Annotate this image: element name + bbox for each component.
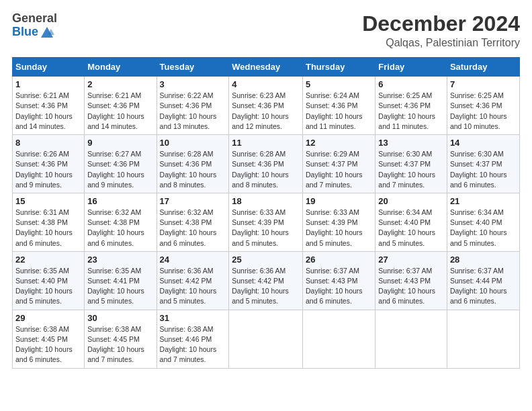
day-info: Sunrise: 6:23 AM Sunset: 4:36 PM Dayligh… xyxy=(232,91,300,132)
calendar-cell: 4 Sunrise: 6:23 AM Sunset: 4:36 PM Dayli… xyxy=(229,77,303,135)
calendar-body: 1 Sunrise: 6:21 AM Sunset: 4:36 PM Dayli… xyxy=(13,77,520,368)
calendar-cell: 26 Sunrise: 6:37 AM Sunset: 4:43 PM Dayl… xyxy=(302,251,375,310)
day-info: Sunrise: 6:24 AM Sunset: 4:36 PM Dayligh… xyxy=(306,91,372,132)
day-number: 5 xyxy=(306,79,372,89)
day-info: Sunrise: 6:36 AM Sunset: 4:42 PM Dayligh… xyxy=(160,266,226,307)
day-number: 6 xyxy=(378,79,444,89)
calendar-cell xyxy=(375,310,447,368)
calendar-week-5: 29 Sunrise: 6:38 AM Sunset: 4:45 PM Dayl… xyxy=(13,310,520,368)
day-info: Sunrise: 6:38 AM Sunset: 4:45 PM Dayligh… xyxy=(87,324,153,365)
day-info: Sunrise: 6:34 AM Sunset: 4:40 PM Dayligh… xyxy=(378,208,444,248)
calendar-week-3: 15 Sunrise: 6:31 AM Sunset: 4:38 PM Dayl… xyxy=(13,193,520,251)
logo-general: General xyxy=(12,12,57,26)
day-number: 14 xyxy=(450,138,517,148)
day-info: Sunrise: 6:37 AM Sunset: 4:43 PM Dayligh… xyxy=(378,266,444,307)
calendar-cell: 19 Sunrise: 6:33 AM Sunset: 4:39 PM Dayl… xyxy=(302,193,375,251)
col-thursday: Thursday xyxy=(302,58,375,77)
day-info: Sunrise: 6:38 AM Sunset: 4:45 PM Dayligh… xyxy=(15,324,81,365)
day-number: 19 xyxy=(306,196,372,206)
day-number: 16 xyxy=(87,196,153,206)
day-info: Sunrise: 6:31 AM Sunset: 4:38 PM Dayligh… xyxy=(15,208,81,248)
day-number: 4 xyxy=(232,79,300,89)
day-info: Sunrise: 6:34 AM Sunset: 4:40 PM Dayligh… xyxy=(450,208,517,248)
day-number: 9 xyxy=(87,138,153,148)
day-number: 2 xyxy=(87,79,153,89)
calendar-cell: 24 Sunrise: 6:36 AM Sunset: 4:42 PM Dayl… xyxy=(157,251,229,310)
day-info: Sunrise: 6:37 AM Sunset: 4:44 PM Dayligh… xyxy=(450,266,517,307)
day-number: 27 xyxy=(378,255,444,265)
day-info: Sunrise: 6:21 AM Sunset: 4:36 PM Dayligh… xyxy=(87,91,153,132)
title-block: December 2024 Qalqas, Palestinian Territ… xyxy=(362,12,520,49)
calendar-cell: 27 Sunrise: 6:37 AM Sunset: 4:43 PM Dayl… xyxy=(375,251,447,310)
calendar-cell: 17 Sunrise: 6:32 AM Sunset: 4:38 PM Dayl… xyxy=(157,193,229,251)
day-info: Sunrise: 6:27 AM Sunset: 4:36 PM Dayligh… xyxy=(87,149,153,190)
calendar-cell xyxy=(447,310,519,368)
calendar-cell: 25 Sunrise: 6:36 AM Sunset: 4:42 PM Dayl… xyxy=(229,251,303,310)
day-number: 28 xyxy=(450,255,517,265)
day-info: Sunrise: 6:28 AM Sunset: 4:36 PM Dayligh… xyxy=(160,149,226,190)
calendar-week-2: 8 Sunrise: 6:26 AM Sunset: 4:36 PM Dayli… xyxy=(13,135,520,193)
calendar-cell: 23 Sunrise: 6:35 AM Sunset: 4:41 PM Dayl… xyxy=(85,251,157,310)
day-info: Sunrise: 6:26 AM Sunset: 4:36 PM Dayligh… xyxy=(15,149,81,190)
calendar-header: Sunday Monday Tuesday Wednesday Thursday… xyxy=(13,58,520,77)
day-info: Sunrise: 6:30 AM Sunset: 4:37 PM Dayligh… xyxy=(450,149,517,190)
calendar-cell: 14 Sunrise: 6:30 AM Sunset: 4:37 PM Dayl… xyxy=(447,135,519,193)
day-info: Sunrise: 6:33 AM Sunset: 4:39 PM Dayligh… xyxy=(232,208,300,248)
col-friday: Friday xyxy=(375,58,447,77)
calendar-cell: 21 Sunrise: 6:34 AM Sunset: 4:40 PM Dayl… xyxy=(447,193,519,251)
day-number: 10 xyxy=(160,138,226,148)
calendar-cell: 22 Sunrise: 6:35 AM Sunset: 4:40 PM Dayl… xyxy=(13,251,85,310)
col-saturday: Saturday xyxy=(447,58,519,77)
day-info: Sunrise: 6:25 AM Sunset: 4:36 PM Dayligh… xyxy=(378,91,444,132)
day-number: 17 xyxy=(160,196,226,206)
header: General Blue December 2024 Qalqas, Pales… xyxy=(12,12,520,49)
calendar-cell: 30 Sunrise: 6:38 AM Sunset: 4:45 PM Dayl… xyxy=(85,310,157,368)
logo-icon xyxy=(40,26,54,39)
day-number: 30 xyxy=(87,313,153,323)
calendar-cell xyxy=(229,310,303,368)
day-info: Sunrise: 6:35 AM Sunset: 4:41 PM Dayligh… xyxy=(87,266,153,307)
calendar-table: Sunday Monday Tuesday Wednesday Thursday… xyxy=(12,57,520,368)
day-info: Sunrise: 6:38 AM Sunset: 4:46 PM Dayligh… xyxy=(160,324,226,365)
day-number: 12 xyxy=(306,138,372,148)
calendar-cell: 29 Sunrise: 6:38 AM Sunset: 4:45 PM Dayl… xyxy=(13,310,85,368)
calendar-cell: 6 Sunrise: 6:25 AM Sunset: 4:36 PM Dayli… xyxy=(375,77,447,135)
calendar-cell: 9 Sunrise: 6:27 AM Sunset: 4:36 PM Dayli… xyxy=(85,135,157,193)
day-number: 7 xyxy=(450,79,517,89)
calendar-cell: 31 Sunrise: 6:38 AM Sunset: 4:46 PM Dayl… xyxy=(157,310,229,368)
calendar-cell: 13 Sunrise: 6:30 AM Sunset: 4:37 PM Dayl… xyxy=(375,135,447,193)
day-number: 1 xyxy=(15,79,81,89)
logo-blue: Blue xyxy=(12,26,38,39)
day-number: 26 xyxy=(306,255,372,265)
day-number: 11 xyxy=(232,138,300,148)
calendar-cell: 1 Sunrise: 6:21 AM Sunset: 4:36 PM Dayli… xyxy=(13,77,85,135)
day-info: Sunrise: 6:21 AM Sunset: 4:36 PM Dayligh… xyxy=(15,91,81,132)
day-number: 24 xyxy=(160,255,226,265)
calendar-cell: 8 Sunrise: 6:26 AM Sunset: 4:36 PM Dayli… xyxy=(13,135,85,193)
calendar-cell: 11 Sunrise: 6:28 AM Sunset: 4:36 PM Dayl… xyxy=(229,135,303,193)
calendar-week-1: 1 Sunrise: 6:21 AM Sunset: 4:36 PM Dayli… xyxy=(13,77,520,135)
day-number: 3 xyxy=(160,79,226,89)
header-row: Sunday Monday Tuesday Wednesday Thursday… xyxy=(13,58,520,77)
day-number: 21 xyxy=(450,196,517,206)
col-tuesday: Tuesday xyxy=(157,58,229,77)
day-number: 23 xyxy=(87,255,153,265)
col-wednesday: Wednesday xyxy=(229,58,303,77)
day-number: 22 xyxy=(15,255,81,265)
day-number: 15 xyxy=(15,196,81,206)
calendar-cell: 18 Sunrise: 6:33 AM Sunset: 4:39 PM Dayl… xyxy=(229,193,303,251)
page: General Blue December 2024 Qalqas, Pales… xyxy=(0,0,532,411)
day-number: 29 xyxy=(15,313,81,323)
calendar-cell: 12 Sunrise: 6:29 AM Sunset: 4:37 PM Dayl… xyxy=(302,135,375,193)
main-title: December 2024 xyxy=(362,12,520,36)
subtitle: Qalqas, Palestinian Territory xyxy=(362,37,520,49)
calendar-cell: 7 Sunrise: 6:25 AM Sunset: 4:36 PM Dayli… xyxy=(447,77,519,135)
day-number: 20 xyxy=(378,196,444,206)
col-monday: Monday xyxy=(85,58,157,77)
day-info: Sunrise: 6:37 AM Sunset: 4:43 PM Dayligh… xyxy=(306,266,372,307)
day-info: Sunrise: 6:32 AM Sunset: 4:38 PM Dayligh… xyxy=(87,208,153,248)
day-number: 13 xyxy=(378,138,444,148)
day-info: Sunrise: 6:22 AM Sunset: 4:36 PM Dayligh… xyxy=(160,91,226,132)
calendar-cell: 3 Sunrise: 6:22 AM Sunset: 4:36 PM Dayli… xyxy=(157,77,229,135)
day-info: Sunrise: 6:28 AM Sunset: 4:36 PM Dayligh… xyxy=(232,149,300,190)
